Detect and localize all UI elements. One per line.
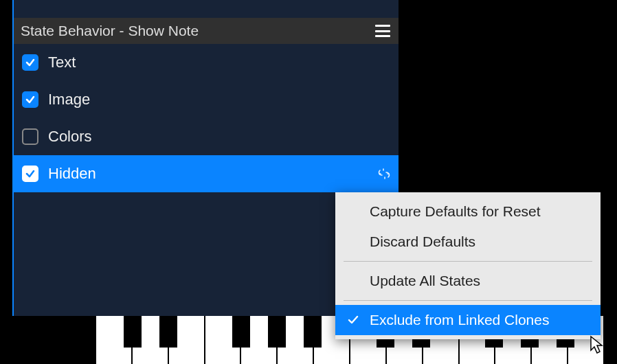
property-list: Text Image Colors Hidden: [14, 44, 399, 192]
menu-item-discard-defaults[interactable]: Discard Defaults: [335, 227, 601, 257]
menu-item-update-all-states[interactable]: Update All States: [335, 266, 601, 296]
prop-label: Colors: [48, 128, 92, 146]
menu-item-capture-defaults[interactable]: Capture Defaults for Reset: [335, 196, 601, 227]
prop-row-colors[interactable]: Colors: [14, 118, 399, 155]
white-key[interactable]: [96, 316, 133, 364]
menu-separator: [344, 261, 592, 262]
panel-header: State Behavior - Show Note: [14, 18, 399, 44]
checkbox-colors[interactable]: [22, 128, 38, 145]
checkbox-text[interactable]: [22, 54, 38, 71]
menu-item-exclude-linked-clones[interactable]: Exclude from Linked Clones: [335, 305, 601, 335]
prop-row-hidden[interactable]: Hidden: [14, 155, 399, 192]
check-icon: [346, 313, 360, 327]
hamburger-icon[interactable]: [375, 25, 390, 37]
white-key[interactable]: [278, 316, 314, 364]
checkbox-image[interactable]: [22, 91, 38, 108]
white-key[interactable]: [241, 316, 278, 364]
prop-label: Hidden: [48, 165, 96, 183]
white-key[interactable]: [133, 316, 169, 364]
context-menu: Capture Defaults for Reset Discard Defau…: [335, 192, 601, 339]
menu-item-label: Capture Defaults for Reset: [370, 203, 541, 220]
checkbox-hidden[interactable]: [22, 166, 38, 182]
panel-title: State Behavior - Show Note: [21, 23, 199, 39]
prop-label: Text: [48, 54, 76, 71]
prop-row-text[interactable]: Text: [14, 44, 399, 81]
menu-item-label: Discard Defaults: [370, 234, 475, 250]
menu-item-label: Exclude from Linked Clones: [370, 312, 549, 328]
menu-item-label: Update All States: [370, 273, 480, 289]
white-key[interactable]: [169, 316, 205, 364]
menu-separator: [344, 300, 592, 301]
prop-label: Image: [48, 91, 90, 109]
broken-link-icon: [378, 168, 390, 180]
white-key[interactable]: [205, 316, 242, 364]
prop-row-image[interactable]: Image: [14, 81, 399, 118]
